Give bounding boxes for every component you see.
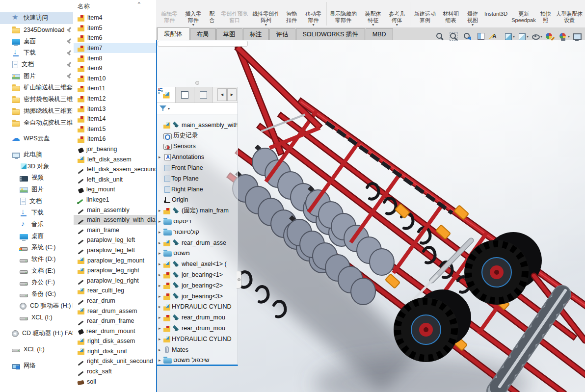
feature-tree-item[interactable]: ▸ wheel_axel<1> (: [157, 259, 238, 269]
explorer-nav-item[interactable]: 快速访问: [0, 12, 73, 24]
feature-tree-item[interactable]: ▸ HYDRAULIC CYLIND: [157, 302, 238, 313]
file-row[interactable]: jor_bearing: [74, 144, 156, 155]
file-list-name-column-header[interactable]: 名称: [74, 0, 156, 13]
feature-tree-item[interactable]: ▸ HYDRAULIC CYLIND: [157, 334, 238, 344]
panel-splitter-dot[interactable]: [195, 81, 199, 85]
explorer-nav-item[interactable]: 文档: [0, 59, 73, 71]
file-row[interactable]: left_disk_unit: [74, 175, 156, 185]
command-tab[interactable]: 草图: [216, 28, 242, 40]
expand-arrow-icon[interactable]: ▸: [159, 208, 163, 213]
expand-arrow-icon[interactable]: ▸: [159, 155, 163, 159]
file-row[interactable]: left_disk_assem_secound: [74, 164, 156, 175]
feature-tree-item[interactable]: ▸ rear_drum_asse: [157, 237, 238, 248]
explorer-nav-item[interactable]: 系统 (C:): [0, 242, 73, 254]
explorer-nav-item[interactable]: XCL (I:): [0, 344, 73, 356]
file-row[interactable]: linkege1: [74, 195, 156, 205]
file-row[interactable]: main_frame: [74, 225, 156, 235]
feature-tree-item[interactable]: ▸ Mates: [157, 344, 238, 355]
hud-button[interactable]: ▾: [516, 31, 530, 42]
feature-tree-item[interactable]: ▸ קולטיווטור: [157, 227, 238, 237]
feature-tree-item[interactable]: ▸ שיכפול משטט: [157, 355, 238, 365]
collapsed-command-box[interactable]: [158, 41, 248, 47]
toolbar-button[interactable]: 配合 ▾: [205, 0, 219, 27]
toolbar-button[interactable]: 大型装配体设置 ▾: [554, 0, 585, 27]
file-row[interactable]: item12: [74, 94, 156, 104]
hud-button[interactable]: ▾: [530, 31, 544, 42]
explorer-nav-item[interactable]: 密封袋包装机三维图: [0, 94, 73, 105]
file-row[interactable]: item8: [74, 53, 156, 63]
toolbar-button[interactable]: ▾: [326, 2, 327, 26]
feature-tree-item[interactable]: ▸ rear_drum_mou: [157, 323, 238, 334]
toolbar-button[interactable]: 移动零部件 ▾: [301, 0, 325, 27]
feature-tree-item[interactable]: ▸ Top Plane: [157, 173, 238, 184]
command-tab[interactable]: SOLIDWORKS 插件: [296, 28, 365, 40]
file-row[interactable]: paraplow_leg_left: [74, 245, 156, 256]
file-row[interactable]: paraplow_leg_right: [74, 265, 156, 276]
expand-arrow-icon[interactable]: ▸: [159, 219, 163, 224]
dropdown-caret-icon[interactable]: ▾: [472, 23, 474, 27]
toolbar-button[interactable]: 材料明细表 ▾: [439, 0, 462, 27]
tree-filter-bar[interactable]: ▾: [157, 103, 238, 114]
expand-arrow-icon[interactable]: ▸: [159, 230, 163, 235]
dropdown-caret-icon[interactable]: ▾: [372, 23, 374, 27]
toolbar-button[interactable]: 编辑零部件 ▾: [158, 0, 181, 27]
command-tab[interactable]: 布局: [190, 28, 216, 40]
command-tab[interactable]: MBD: [366, 28, 393, 40]
explorer-nav-item[interactable]: 桌面: [0, 230, 73, 242]
file-row[interactable]: leg_mount: [74, 184, 156, 195]
tab-property-manager[interactable]: [176, 87, 194, 103]
feature-tree-item[interactable]: ▸ rear_drum_mou: [157, 312, 238, 323]
dropdown-caret-icon[interactable]: ▾: [265, 23, 267, 27]
file-row[interactable]: paraplow_leg_right: [74, 275, 156, 286]
explorer-nav-item[interactable]: XCL (I:): [0, 312, 73, 323]
hud-button[interactable]: ▾: [571, 31, 585, 42]
explorer-nav-item[interactable]: 抛掷绕线机三维套图: [0, 105, 73, 117]
scroll-left-button[interactable]: ◀: [217, 88, 227, 101]
feature-tree-item[interactable]: ▸ דיסקוס: [157, 216, 238, 227]
explorer-nav-item[interactable]: 办公 (F:): [0, 277, 73, 288]
hud-button[interactable]: ▾: [544, 31, 558, 42]
expand-arrow-icon[interactable]: ▸: [159, 315, 163, 320]
collapse-chevron-icon[interactable]: ^: [138, 1, 140, 7]
file-row[interactable]: item10: [74, 74, 156, 84]
explorer-nav-item[interactable]: 下载: [0, 47, 73, 59]
expand-arrow-icon[interactable]: ▸: [159, 304, 163, 309]
explorer-nav-item[interactable]: 图片: [0, 184, 73, 196]
toolbar-button[interactable]: 爆炸视图 ▾: [463, 0, 482, 27]
feature-tree-item[interactable]: ▸ (固定) main_fram: [157, 205, 238, 216]
file-row[interactable]: item14: [74, 114, 156, 124]
filter-caret-icon[interactable]: ▾: [168, 106, 170, 111]
expand-arrow-icon[interactable]: ▸: [159, 261, 163, 266]
explorer-nav-item[interactable]: CD 驱动器 (H:) FAS: [0, 300, 73, 312]
file-row[interactable]: rear_drum_frame: [74, 316, 156, 326]
hud-button[interactable]: ▾: [489, 31, 503, 42]
file-row[interactable]: right_disk_unit_secound: [74, 356, 156, 366]
file-row[interactable]: paraplow_leg_left: [74, 235, 156, 245]
explorer-nav-item[interactable]: 桌面: [0, 35, 73, 47]
explorer-nav-item[interactable]: 矿山输送机三维套图: [0, 82, 73, 94]
explorer-nav-item[interactable]: 视频: [0, 172, 73, 184]
explorer-nav-item[interactable]: 文档 (E:): [0, 265, 73, 277]
feature-tree-item[interactable]: ▸ Sensors: [157, 141, 238, 152]
panel-resize-handle[interactable]: [237, 271, 241, 288]
expand-arrow-icon[interactable]: ▸: [159, 240, 163, 245]
explorer-nav-item[interactable]: 音乐: [0, 219, 73, 231]
file-row[interactable]: paraplow_leg_mount: [74, 255, 156, 265]
explorer-nav-item[interactable]: CD 驱动器 (H:) FAST: [0, 328, 73, 340]
file-row[interactable]: item4: [74, 13, 156, 23]
file-row[interactable]: right_disk_unit: [74, 346, 156, 357]
toolbar-button[interactable]: 更新 Speedpak ▾: [509, 0, 538, 27]
toolbar-button[interactable]: Instant3D ▾: [482, 0, 509, 27]
expand-arrow-icon[interactable]: ▸: [159, 294, 163, 299]
explorer-nav-item[interactable]: 备份 (G:): [0, 288, 73, 300]
file-row[interactable]: rear_drum_assem: [74, 306, 156, 316]
expand-arrow-icon[interactable]: ▸: [159, 337, 163, 341]
expand-arrow-icon[interactable]: ▸: [159, 326, 163, 331]
file-row[interactable]: item16: [74, 134, 156, 144]
feature-tree-item[interactable]: ▸ משטט: [157, 248, 238, 259]
explorer-nav-item[interactable]: 此电脑: [0, 149, 73, 161]
dropdown-caret-icon[interactable]: ▾: [568, 34, 570, 39]
explorer-nav-item[interactable]: 3D 对象: [0, 160, 73, 172]
toolbar-button[interactable]: 插入零部件 ▾: [181, 0, 205, 27]
command-tab[interactable]: 评估: [269, 28, 295, 40]
